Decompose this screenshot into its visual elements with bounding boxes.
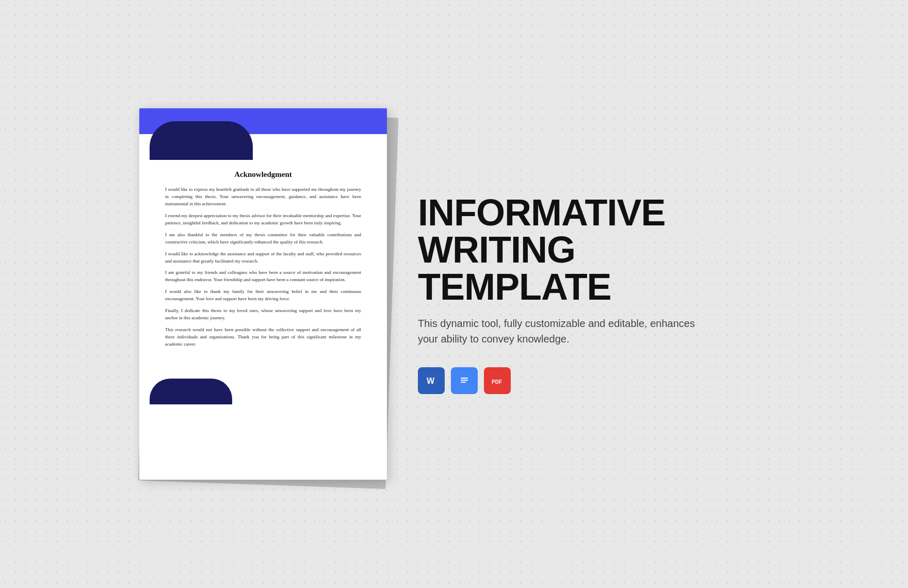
file-icons-group: W PDF [418,367,769,394]
pdf-file-icon[interactable]: PDF [484,367,511,394]
word-svg: W [423,372,440,389]
svg-rect-4 [461,380,468,381]
pdf-svg: PDF [489,372,506,389]
doc-header-dark-shape [150,121,253,160]
doc-paragraph-1: I would like to express my heartfelt gra… [165,186,361,208]
document-preview: Acknowledgment I would like to express m… [139,108,387,480]
heading-line2: WRITING TEMPLATE [418,231,769,305]
doc-paragraph-7: Finally, I dedicate this thesis to my lo… [165,307,361,322]
doc-paragraph-5: I am grateful to my friends and colleagu… [165,269,361,284]
doc-paragraph-4: I would like to acknowledge the assistan… [165,251,361,265]
doc-header [139,108,387,160]
document: Acknowledgment I would like to express m… [139,108,387,480]
main-container: Acknowledgment I would like to express m… [0,0,908,588]
doc-paragraph-2: I extend my deepest appreciation to my t… [165,213,361,227]
docs-file-icon[interactable] [451,367,478,394]
svg-text:PDF: PDF [492,379,502,385]
svg-rect-3 [461,378,468,379]
docs-svg [456,372,473,389]
right-content: INFORMATIVE WRITING TEMPLATE This dynami… [418,194,769,394]
word-file-icon[interactable]: W [418,367,445,394]
svg-rect-5 [461,382,466,383]
doc-title: Acknowledgment [165,170,361,179]
doc-paragraph-8: This research would not have been possib… [165,326,361,348]
heading-line1: INFORMATIVE [418,194,769,231]
doc-content: Acknowledgment I would like to express m… [139,160,387,368]
main-heading: INFORMATIVE WRITING TEMPLATE [418,194,769,305]
subheading-text: This dynamic tool, fully customizable an… [418,316,696,347]
doc-footer-dark-shape [150,379,232,404]
doc-footer [139,373,387,404]
doc-paragraph-3: I am also thankful to the members of my … [165,232,361,246]
svg-text:W: W [427,377,435,385]
doc-paragraph-6: I would also like to thank my family for… [165,288,361,303]
